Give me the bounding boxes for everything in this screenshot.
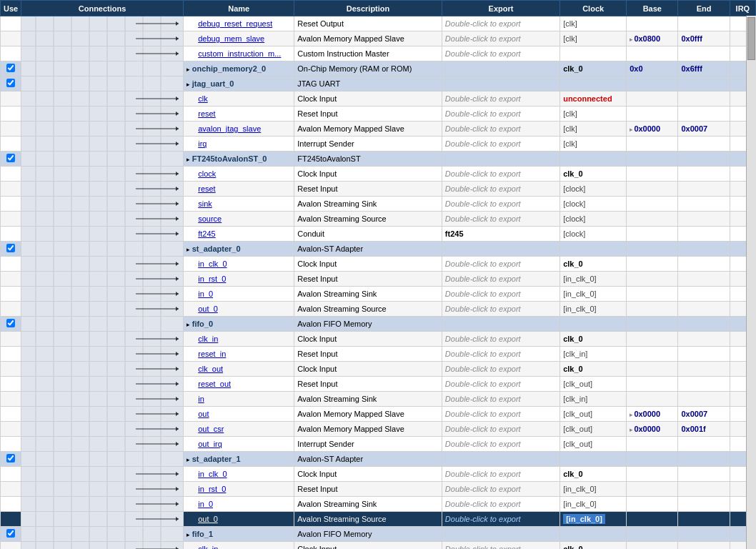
use-cell [1,317,21,332]
export-cell[interactable]: Double-click to export [442,542,559,550]
scrollbar-thumb[interactable] [747,17,755,60]
export-cell[interactable]: Double-click to export [442,362,559,377]
connections-cell [21,332,183,347]
port-name: clk_out [198,365,223,373]
vertical-scrollbar[interactable] [746,16,756,549]
use-checkbox[interactable] [6,454,15,463]
base-cell: 0x0 [627,61,678,76]
export-cell[interactable]: Double-click to export [442,287,559,302]
export-cell[interactable]: Double-click to export [442,107,559,122]
name-cell: ▸ fifo_1 [184,527,294,542]
use-checkbox[interactable] [6,79,15,87]
name-cell: clk_out [184,362,294,377]
export-cell[interactable]: Double-click to export [442,302,559,317]
export-cell[interactable]: Double-click to export [442,377,559,392]
col-header-connections: Connections [21,1,183,16]
group-expand-icon[interactable]: ▸ [186,456,192,463]
description-cell: Avalon-ST Adapter [294,242,442,257]
table-row: inAvalon Streaming SinkDouble-click to e… [1,392,756,407]
description-cell: Avalon Streaming Sink [294,392,442,407]
group-expand-icon[interactable]: ▸ [186,531,192,538]
clock-cell: [clk_in] [560,392,627,407]
component-name: FT245toAvalonST_0 [192,154,267,163]
export-cell[interactable]: Double-click to export [442,46,559,61]
base-cell [627,197,678,212]
export-cell[interactable]: Double-click to export [442,272,559,287]
name-cell: clk_in [184,542,294,550]
export-cell[interactable]: Double-click to export [442,257,559,272]
export-cell[interactable]: Double-click to export [442,422,559,437]
end-cell [678,197,730,212]
export-cell[interactable]: Double-click to export [442,16,559,31]
export-cell[interactable]: Double-click to export [442,392,559,407]
end-cell [678,46,730,61]
name-cell: reset_in [184,347,294,362]
base-cell [627,317,678,332]
use-cell [1,137,21,152]
export-cell [442,76,559,92]
group-expand-icon[interactable]: ▸ [186,81,192,88]
group-expand-icon[interactable]: ▸ [186,66,192,73]
svg-marker-65 [176,112,179,116]
use-cell [1,302,21,317]
port-name: avalon_jtag_slave [198,124,261,133]
name-cell: reset [184,107,294,122]
port-name: in_rst_0 [198,485,226,493]
use-checkbox[interactable] [6,244,15,252]
use-checkbox[interactable] [6,319,15,327]
table-row: in_clk_0Clock InputDouble-click to expor… [1,467,756,482]
export-cell[interactable]: Double-click to export [442,467,559,482]
group-expand-icon[interactable]: ▸ [186,321,192,328]
end-cell [678,497,730,512]
export-cell[interactable]: Double-click to export [442,182,559,197]
component-table: Use Connections Name Description Export … [0,0,756,549]
connections-cell [21,76,183,92]
port-name: reset_out [198,380,231,388]
table-row: avalon_jtag_slaveAvalon Memory Mapped Sl… [1,122,756,137]
export-cell[interactable]: Double-click to export [442,212,559,227]
export-cell[interactable]: Double-click to export [442,122,559,137]
use-cell [1,332,21,347]
export-cell[interactable]: Double-click to export [442,497,559,512]
base-cell [627,362,678,377]
export-cell[interactable]: Double-click to export [442,167,559,182]
base-cell [627,16,678,31]
export-cell[interactable]: Double-click to export [442,437,559,452]
export-cell[interactable]: Double-click to export [442,137,559,152]
export-cell[interactable]: Double-click to export [442,31,559,46]
export-cell[interactable]: Double-click to export [442,407,559,422]
end-cell [678,92,730,107]
group-expand-icon[interactable]: ▸ [186,246,192,253]
name-cell: in_clk_0 [184,257,294,272]
table-row: outAvalon Memory Mapped SlaveDouble-clic… [1,407,756,422]
end-cell [678,287,730,302]
export-cell[interactable]: Double-click to export [442,197,559,212]
end-cell [678,302,730,317]
connections-cell [21,46,183,61]
name-cell: ▸ fifo_0 [184,317,294,332]
use-checkbox[interactable] [6,64,15,72]
base-cell: ▸ 0x0000 [627,422,678,437]
description-cell: Reset Input [294,377,442,392]
col-header-export: Export [442,1,559,16]
use-cell [1,212,21,227]
port-name: debug_reset_request [198,19,272,28]
export-cell[interactable]: Double-click to export [442,482,559,497]
use-cell [1,527,21,542]
component-name: st_adapter_0 [192,244,241,253]
table-row: resetReset InputDouble-click to export[c… [1,107,756,122]
use-checkbox[interactable] [6,154,15,162]
port-name: ft245 [198,229,215,238]
export-cell[interactable]: Double-click to export [442,332,559,347]
name-cell: ▸ jtag_uart_0 [184,76,294,92]
group-expand-icon[interactable]: ▸ [186,156,192,163]
export-cell[interactable]: Double-click to export [442,92,559,107]
use-cell [1,227,21,242]
clock-cell: clk_0 [560,61,627,76]
use-checkbox[interactable] [6,529,15,538]
svg-marker-259 [176,412,179,416]
name-cell: ▸ st_adapter_1 [184,452,294,467]
description-cell: Interrupt Sender [294,437,442,452]
export-cell[interactable]: Double-click to export [442,512,559,527]
export-cell[interactable]: Double-click to export [442,347,559,362]
